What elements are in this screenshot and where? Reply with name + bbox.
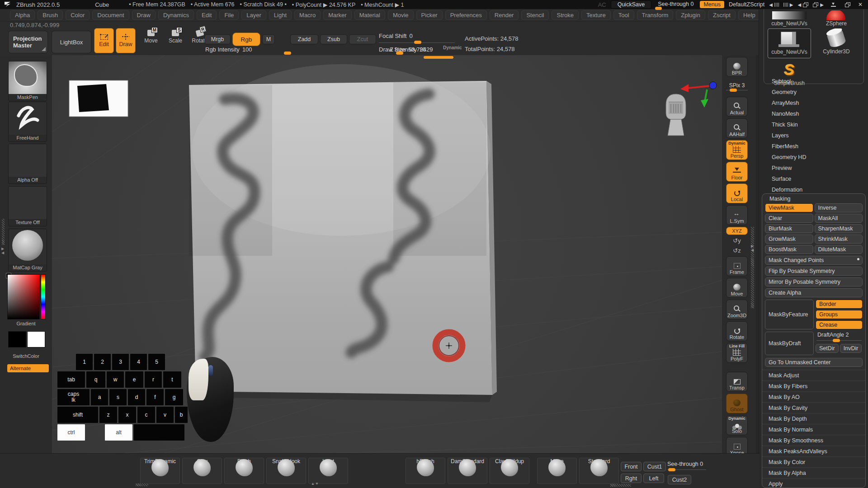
cust1-view-button[interactable]: Cust1 bbox=[643, 462, 666, 471]
brush-preset[interactable]: hPolish bbox=[406, 458, 445, 484]
main-color-swatch[interactable] bbox=[8, 331, 26, 347]
feature-mask-button[interactable]: Crease bbox=[816, 320, 863, 329]
menu-item[interactable]: Help bbox=[738, 10, 760, 20]
quicksave-button[interactable]: QuickSave bbox=[611, 0, 651, 9]
viewmask-button[interactable]: ViewMask bbox=[765, 203, 813, 212]
subpalette-item[interactable]: Preview bbox=[764, 163, 864, 174]
aahalf-button[interactable]: AAHalf bbox=[726, 118, 748, 138]
masking-header[interactable]: Masking bbox=[762, 194, 865, 203]
brush-preset[interactable]: Standard bbox=[579, 458, 619, 484]
edit-button[interactable]: Edit bbox=[94, 28, 114, 53]
menu-item[interactable]: Dynamics bbox=[158, 10, 194, 20]
focal-shift-slider[interactable]: Focal Shift 0 bbox=[379, 33, 413, 39]
zoom3d-button[interactable]: Zoom3D bbox=[726, 300, 748, 319]
prev-doc-icon[interactable]: ◀ bbox=[798, 2, 809, 7]
transp-button[interactable]: Transp bbox=[726, 372, 748, 392]
menu-item[interactable]: Material bbox=[354, 10, 385, 20]
mask-row-button[interactable]: Mask By Color bbox=[762, 456, 865, 467]
draw-size-slider[interactable]: Draw Size 53.79429 bbox=[379, 46, 433, 53]
frame-button[interactable]: Frame bbox=[726, 256, 748, 276]
close-icon[interactable]: ✕ bbox=[858, 1, 863, 8]
mask-button[interactable]: MaskAll bbox=[815, 214, 863, 223]
minimize-icon[interactable] bbox=[831, 3, 836, 7]
subpalette-item[interactable]: Geometry bbox=[764, 87, 864, 98]
menu-item[interactable]: Tool bbox=[613, 10, 634, 20]
camera-head-icon[interactable] bbox=[666, 94, 686, 136]
zsub-button[interactable]: Zsub bbox=[320, 34, 347, 44]
slider-knob[interactable] bbox=[833, 339, 840, 342]
menu-item[interactable]: File bbox=[219, 10, 239, 20]
brush-preset[interactable]: Clay bbox=[182, 458, 222, 484]
menu-item[interactable]: Zplugin bbox=[676, 10, 705, 20]
next-doc-icon[interactable]: ▶ bbox=[813, 2, 824, 7]
tool-thumb-cube-newuvs-1[interactable]: cube_NewUVs bbox=[768, 10, 811, 28]
ghost-button[interactable]: Ghost bbox=[726, 394, 748, 413]
menu-item[interactable]: Brush bbox=[38, 10, 63, 20]
menu-item[interactable]: Render bbox=[490, 10, 519, 20]
material-thumbnail[interactable]: MatCap Gray bbox=[8, 229, 47, 272]
rght-view-button[interactable]: Rght bbox=[621, 474, 642, 483]
color-sv-picker[interactable] bbox=[7, 274, 40, 319]
mask-row-button[interactable]: Mask By Cavity bbox=[762, 402, 865, 413]
actual-button[interactable]: Actual bbox=[726, 97, 748, 117]
mask-button[interactable]: BoostMask bbox=[765, 245, 813, 254]
color-hue-strip[interactable] bbox=[41, 274, 46, 319]
menu-item[interactable]: Movie bbox=[388, 10, 414, 20]
menu-item[interactable]: Layer bbox=[241, 10, 266, 20]
l-sym-button[interactable]: L.Sym bbox=[726, 205, 748, 225]
secondary-color-swatch[interactable] bbox=[27, 331, 45, 347]
mask-button[interactable]: BlurMask bbox=[765, 224, 813, 233]
mask-button[interactable]: Flip By Posable Symmetry bbox=[765, 267, 863, 276]
texture-thumbnail[interactable]: Texture Off bbox=[8, 186, 47, 226]
brush-preset[interactable]: ClayBuildup bbox=[490, 458, 529, 484]
mask-row-button[interactable]: Mask By Normals bbox=[762, 424, 865, 435]
see-through-slider[interactable]: See-through 0 bbox=[656, 1, 695, 8]
left-view-button[interactable]: Left bbox=[643, 474, 664, 483]
menu-item[interactable]: Preferences bbox=[445, 10, 487, 20]
tool-thumb-cube-newuvs-selected[interactable]: cube_NewUVs bbox=[768, 28, 811, 58]
dynamic-draw-size-toggle[interactable]: Dynamic bbox=[443, 45, 462, 50]
subpalette-item[interactable]: FiberMesh bbox=[764, 141, 864, 152]
menu-item[interactable]: Picker bbox=[416, 10, 443, 20]
menu-item[interactable]: Alpha bbox=[10, 10, 35, 20]
tray-collapse-arrows[interactable]: ▶◀ bbox=[1, 247, 4, 255]
document-canvas[interactable]: 12345tabqwertcaps lkasdfgshiftzxcvbctrla… bbox=[52, 55, 722, 453]
mask-button[interactable]: Mask Changed Points bbox=[765, 256, 863, 265]
menu-item[interactable]: Transform bbox=[637, 10, 674, 20]
stroke-thumbnail-freehand[interactable]: FreeHand bbox=[8, 102, 47, 142]
mask-button[interactable]: Mirror By Posable Symmetry bbox=[765, 277, 863, 286]
rgb-intensity-knob[interactable] bbox=[284, 52, 291, 55]
draftangle-slider[interactable]: DraftAngle 2 bbox=[816, 332, 863, 343]
xyz-button[interactable]: XYZ bbox=[726, 227, 748, 235]
local-button[interactable]: Local bbox=[726, 183, 748, 203]
go-to-unmasked-center-button[interactable]: Go To Unmasked Center bbox=[765, 358, 863, 367]
slider-knob[interactable] bbox=[730, 89, 737, 92]
draft-dir-button[interactable]: InvDir bbox=[840, 344, 862, 353]
draft-dir-button[interactable]: SetDir bbox=[816, 344, 839, 353]
menu-item[interactable]: Macro bbox=[294, 10, 321, 20]
mask-row-button[interactable]: Apply bbox=[762, 478, 865, 488]
bpr-button[interactable]: BPR bbox=[726, 57, 748, 77]
restore-icon[interactable] bbox=[845, 4, 849, 7]
move-button[interactable]: Move bbox=[726, 278, 748, 298]
mask-row-button[interactable]: Mask Adjust bbox=[762, 370, 865, 380]
mask-button[interactable]: ShrinkMask bbox=[815, 235, 863, 244]
solo-button[interactable]: DynamicSolo bbox=[726, 415, 748, 435]
menus-button[interactable]: Menus bbox=[700, 1, 724, 8]
menu-item[interactable]: Stencil bbox=[521, 10, 549, 20]
mask-row-button[interactable]: Mask By AO bbox=[762, 391, 865, 402]
slider-knob[interactable] bbox=[668, 468, 675, 471]
lightbox-button[interactable]: LightBox bbox=[52, 31, 91, 53]
subpalette-item[interactable]: Thick Skin bbox=[764, 119, 864, 130]
move-gyro-button[interactable]: M Move bbox=[140, 30, 162, 44]
scale-gyro-button[interactable]: S Scale bbox=[165, 30, 186, 44]
mask-row-button[interactable]: Mask By Depth bbox=[762, 413, 865, 424]
brush-thumbnail-maskpen[interactable]: MaskPen bbox=[8, 61, 47, 101]
mask-button[interactable]: Clear bbox=[765, 214, 813, 223]
mask-row-button[interactable]: Mask By Alpha bbox=[762, 467, 865, 478]
rgb-intensity-slider[interactable]: Rgb Intensity 100 bbox=[205, 46, 252, 53]
rgb-button[interactable]: Rgb bbox=[232, 33, 260, 46]
mask-button[interactable]: Inverse bbox=[815, 203, 863, 212]
alternate-button[interactable]: Alternate bbox=[7, 364, 49, 372]
bottom-grip-right[interactable] bbox=[610, 484, 631, 487]
